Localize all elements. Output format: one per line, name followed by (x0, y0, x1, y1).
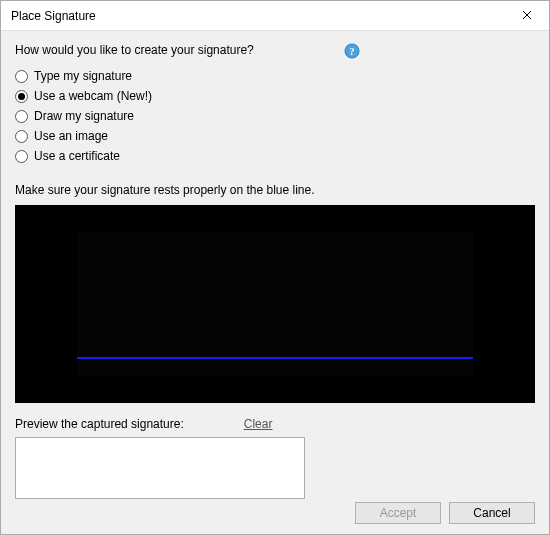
place-signature-dialog: Place Signature How would you like to cr… (0, 0, 550, 535)
radio-draw-my-signature[interactable]: Draw my signature (15, 107, 535, 125)
radio-icon (15, 130, 28, 143)
help-icon[interactable]: ? (344, 43, 360, 59)
radio-icon (15, 90, 28, 103)
signature-method-group: Type my signature Use a webcam (New!) Dr… (15, 67, 535, 167)
radio-label: Use a webcam (New!) (34, 89, 152, 103)
radio-label: Draw my signature (34, 109, 134, 123)
button-label: Cancel (473, 506, 510, 520)
radio-icon (15, 150, 28, 163)
radio-label: Use a certificate (34, 149, 120, 163)
cancel-button[interactable]: Cancel (449, 502, 535, 524)
button-label: Accept (380, 506, 417, 520)
radio-icon (15, 110, 28, 123)
radio-label: Use an image (34, 129, 108, 143)
instruction-text: Make sure your signature rests properly … (15, 183, 535, 197)
radio-use-a-certificate[interactable]: Use a certificate (15, 147, 535, 165)
close-icon (522, 9, 532, 23)
signature-baseline (77, 357, 473, 359)
dialog-body: How would you like to create your signat… (1, 31, 549, 534)
svg-text:?: ? (349, 46, 354, 57)
titlebar: Place Signature (1, 1, 549, 31)
radio-type-my-signature[interactable]: Type my signature (15, 67, 535, 85)
radio-icon (15, 70, 28, 83)
clear-link[interactable]: Clear (244, 417, 273, 431)
dialog-footer: Accept Cancel (355, 502, 535, 524)
webcam-feed (77, 231, 473, 377)
preview-label: Preview the captured signature: (15, 417, 184, 431)
radio-use-an-image[interactable]: Use an image (15, 127, 535, 145)
dialog-title: Place Signature (11, 9, 96, 23)
prompt-text: How would you like to create your signat… (15, 43, 254, 57)
close-button[interactable] (505, 1, 549, 31)
radio-label: Type my signature (34, 69, 132, 83)
webcam-capture-area (15, 205, 535, 403)
signature-preview-box (15, 437, 305, 499)
accept-button[interactable]: Accept (355, 502, 441, 524)
radio-use-a-webcam[interactable]: Use a webcam (New!) (15, 87, 535, 105)
